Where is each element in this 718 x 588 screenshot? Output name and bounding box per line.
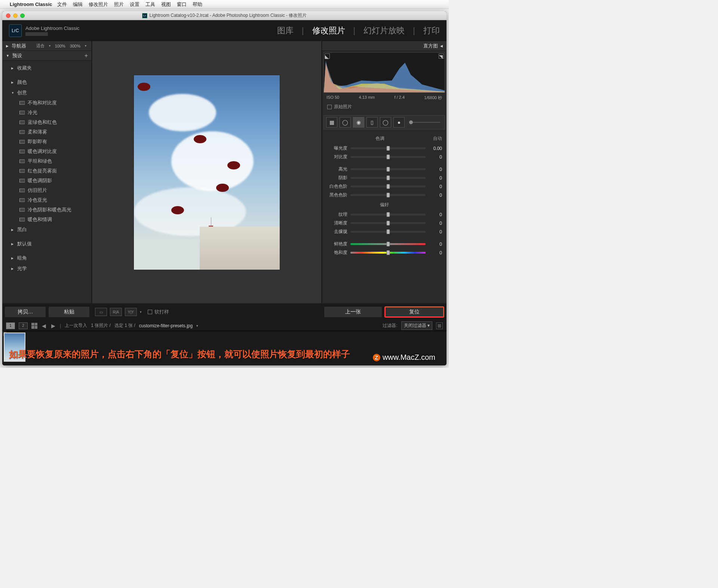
dehaze-slider[interactable]: 去朦胧0 — [322, 227, 447, 236]
original-photo-checkbox[interactable]: 原始照片 — [323, 101, 445, 112]
preset-item[interactable]: 仿旧照片 — [2, 186, 92, 195]
filmstrip: 1 2 ◀ ▶ | 上一次导入 1 张照片 / 选定 1 张 / customi… — [2, 321, 447, 365]
exposure-slider[interactable]: 曝光度0.00 — [322, 144, 447, 153]
preset-group-vignette[interactable]: ▶暗角 — [2, 253, 92, 263]
preset-item[interactable]: 不饱和对比度 — [2, 98, 92, 108]
vibrance-slider[interactable]: 鲜艳度0 — [322, 240, 447, 248]
zoom-300[interactable]: 300% — [68, 44, 82, 48]
preset-group-default[interactable]: ▶默认值 — [2, 239, 92, 249]
module-develop[interactable]: 修改照片 — [312, 25, 345, 36]
before-after-ra-icon[interactable]: R|A — [110, 308, 122, 316]
preset-group-color[interactable]: ▶颜色 — [2, 77, 92, 88]
menu-develop[interactable]: 修改照片 — [89, 1, 108, 8]
preset-item[interactable]: 平坦和绿色 — [2, 156, 92, 166]
histogram-header[interactable]: 直方图 ◀ — [322, 41, 447, 51]
menu-view[interactable]: 视图 — [161, 1, 171, 8]
texture-slider[interactable]: 纹理0 — [322, 210, 447, 219]
histogram-title: 直方图 — [423, 43, 438, 49]
menu-tools[interactable]: 工具 — [145, 1, 155, 8]
copy-settings-button[interactable]: 拷贝… — [4, 306, 46, 318]
preset-item[interactable]: 暖色调阴影 — [2, 176, 92, 186]
filter-select[interactable]: 关闭过滤器 ▾ — [401, 321, 432, 330]
preset-item[interactable]: 即影即有 — [2, 137, 92, 147]
module-slideshow[interactable]: 幻灯片放映 — [363, 25, 405, 36]
preset-item[interactable]: 冷色阴影和暖色高光 — [2, 205, 92, 215]
filter-lock-icon[interactable]: ⊞ — [436, 322, 443, 329]
app-name[interactable]: Lightroom Classic — [10, 1, 52, 7]
filmstrip-thumbs[interactable]: 1 如果要恢复原来的照片，点击右下角的「复位」按钮，就可以使照片恢复到最初的样子… — [2, 331, 447, 365]
heal-tool-icon[interactable]: ◯ — [340, 117, 351, 128]
soft-proof-checkbox[interactable]: 软打样 — [148, 309, 169, 315]
clip-shadows-icon[interactable]: ◣ — [325, 53, 330, 59]
shadows-slider[interactable]: 阴影0 — [322, 174, 447, 182]
preset-item[interactable]: 红色提亮雾面 — [2, 166, 92, 176]
grad-tool-icon[interactable]: ▯ — [366, 117, 378, 128]
preset-item[interactable]: 冷色亚光 — [2, 195, 92, 205]
presets-title: 预设 — [12, 52, 22, 59]
redeye-tool-icon[interactable]: ◉ — [353, 117, 364, 128]
zoom-100[interactable]: 100% — [53, 44, 67, 48]
auto-tone-button[interactable]: 自动 — [433, 135, 442, 142]
blacks-slider[interactable]: 黑色色阶0 — [322, 191, 447, 199]
grid-view-icon[interactable] — [31, 323, 37, 329]
brush-tool-icon[interactable]: ● — [393, 117, 405, 128]
module-library[interactable]: 图库 — [277, 25, 294, 36]
preset-item[interactable]: 冷光 — [2, 108, 92, 117]
highlights-slider[interactable]: 高光0 — [322, 165, 447, 174]
menu-settings[interactable]: 设置 — [130, 1, 139, 8]
previous-photo-button[interactable]: 上一张 — [324, 306, 382, 318]
basic-panel-body: 色调 自动 曝光度0.00 对比度0 高光0 阴影0 白色色阶0 黑色色阶0 偏… — [322, 131, 447, 303]
minimize-window-button[interactable] — [13, 13, 18, 18]
preset-group-creative[interactable]: ▼创意 — [2, 88, 92, 98]
zoom-window-button[interactable] — [20, 13, 25, 18]
crop-tool-icon[interactable]: ▦ — [326, 117, 337, 128]
preset-item[interactable]: 柔和薄雾 — [2, 127, 92, 137]
chevron-updown-icon[interactable]: ▾ — [83, 44, 88, 48]
navigator-title: 导航器 — [12, 43, 26, 49]
nav-fwd-icon[interactable]: ▶ — [50, 323, 56, 329]
right-panel: 直方图 ◀ ◣ ◥ ISO 50 4.13 mm f / 2.4 1/6800 … — [322, 41, 447, 303]
menu-help[interactable]: 帮助 — [193, 1, 202, 8]
photo-preview[interactable] — [134, 75, 280, 270]
reset-button[interactable]: 复位 — [384, 306, 444, 318]
add-preset-icon[interactable]: + — [85, 52, 88, 59]
contrast-slider[interactable]: 对比度0 — [322, 153, 447, 161]
nav-back-icon[interactable]: ◀ — [41, 323, 47, 329]
breadcrumb[interactable]: 上一次导入 — [65, 322, 87, 329]
module-print[interactable]: 打印 — [423, 25, 440, 36]
clip-highlights-icon[interactable]: ◥ — [439, 53, 444, 59]
chevron-down-icon[interactable]: ▾ — [196, 324, 198, 328]
navigator-header[interactable]: ▶ 导航器 适合 ▾ 100% 300% ▾ — [2, 41, 92, 51]
preset-item[interactable]: 暖色和情调 — [2, 215, 92, 224]
presets-header[interactable]: ▼ 预设 + — [2, 51, 92, 61]
preset-thumbnail-icon — [19, 111, 25, 114]
chevron-down-icon[interactable]: ▾ — [140, 310, 142, 314]
preset-item[interactable]: 蓝绿色和红色 — [2, 117, 92, 127]
presence-section-title: 偏好 — [326, 202, 442, 208]
whites-slider[interactable]: 白色色阶0 — [322, 182, 447, 191]
tone-section-title: 色调 — [326, 135, 433, 142]
chevron-updown-icon[interactable]: ▾ — [47, 44, 52, 48]
menu-window[interactable]: 窗口 — [177, 1, 187, 8]
preset-group-optics[interactable]: ▶光学 — [2, 263, 92, 274]
identity-plate-row: LrC Adobe Lightroom Classic 图库 | 修改照片 | … — [2, 20, 447, 41]
close-window-button[interactable] — [6, 13, 10, 18]
histogram[interactable]: ◣ ◥ — [323, 52, 445, 93]
preset-item[interactable]: 暖色调对比度 — [2, 147, 92, 156]
zoom-fit[interactable]: 适合 — [35, 43, 46, 49]
loupe-view-icon[interactable]: ▭ — [95, 308, 107, 316]
tool-amount-slider[interactable] — [409, 122, 440, 123]
before-after-yy-icon[interactable]: Y|Y — [125, 308, 137, 316]
menu-edit[interactable]: 编辑 — [73, 1, 83, 8]
presets-body: ▶收藏夹 ▶颜色 ▼创意 不饱和对比度 冷光 蓝绿色和红色 柔和薄雾 即影即有 … — [2, 61, 92, 303]
paste-settings-button[interactable]: 粘贴 — [48, 306, 90, 318]
preset-group-favorites[interactable]: ▶收藏夹 — [2, 63, 92, 73]
clarity-slider[interactable]: 清晰度0 — [322, 219, 447, 227]
menu-photo[interactable]: 照片 — [114, 1, 124, 8]
menu-file[interactable]: 文件 — [57, 1, 67, 8]
preset-group-bw[interactable]: ▶黑白 — [2, 224, 92, 235]
saturation-slider[interactable]: 饱和度0 — [322, 248, 447, 257]
monitor-2-button[interactable]: 2 — [19, 322, 28, 329]
radial-tool-icon[interactable]: ◯ — [380, 117, 391, 128]
monitor-1-button[interactable]: 1 — [6, 322, 15, 329]
